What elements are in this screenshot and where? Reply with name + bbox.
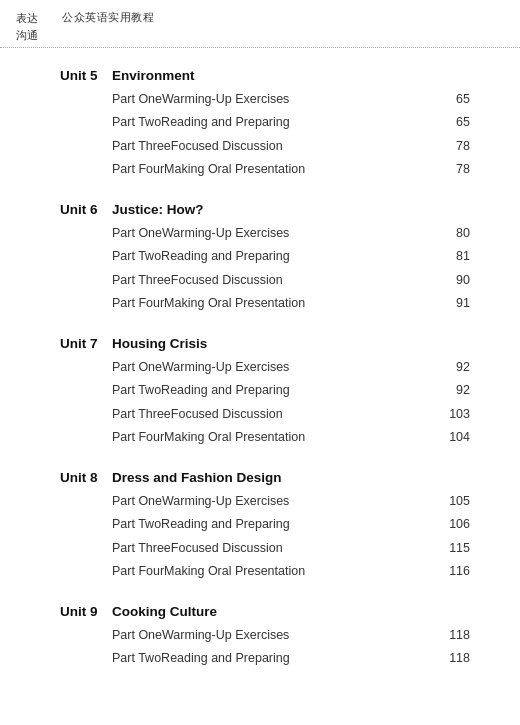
table-row: Part TwoReading and Preparing81 <box>60 246 470 267</box>
part-description: Making Oral Presentation <box>164 159 440 180</box>
part-number: Part One <box>60 491 162 512</box>
table-row: Part FourMaking Oral Presentation116 <box>60 561 470 582</box>
part-number: Part Three <box>60 538 171 559</box>
part-page: 116 <box>440 561 470 582</box>
part-description: Reading and Preparing <box>161 514 440 535</box>
part-page: 65 <box>440 89 470 110</box>
table-row: Part OneWarming-Up Exercises65 <box>60 89 470 110</box>
part-description: Focused Discussion <box>171 404 440 425</box>
part-page: 115 <box>440 538 470 559</box>
part-page: 92 <box>440 357 470 378</box>
unit-number-8: Unit 8 <box>60 470 112 485</box>
table-row: Part OneWarming-Up Exercises80 <box>60 223 470 244</box>
unit-block-9: Unit 9Cooking CulturePart OneWarming-Up … <box>60 604 470 670</box>
unit-rows-6: Part OneWarming-Up Exercises80Part TwoRe… <box>60 223 470 314</box>
unit-number-9: Unit 9 <box>60 604 112 619</box>
part-number: Part Two <box>60 648 161 669</box>
part-page: 80 <box>440 223 470 244</box>
header-line2: 沟通 <box>16 27 56 44</box>
unit-header-9: Unit 9Cooking Culture <box>60 604 470 619</box>
part-number: Part Two <box>60 514 161 535</box>
part-description: Making Oral Presentation <box>164 427 440 448</box>
unit-block-7: Unit 7Housing CrisisPart OneWarming-Up E… <box>60 336 470 448</box>
part-page: 91 <box>440 293 470 314</box>
header-chinese: 表达 沟通 <box>16 10 56 43</box>
part-description: Reading and Preparing <box>161 380 440 401</box>
unit-block-8: Unit 8Dress and Fashion DesignPart OneWa… <box>60 470 470 582</box>
part-description: Focused Discussion <box>171 538 440 559</box>
part-description: Reading and Preparing <box>161 246 440 267</box>
part-page: 92 <box>440 380 470 401</box>
unit-title-6: Justice: How? <box>112 202 204 217</box>
table-row: Part OneWarming-Up Exercises105 <box>60 491 470 512</box>
part-page: 106 <box>440 514 470 535</box>
header-line1: 表达 <box>16 10 56 27</box>
part-description: Reading and Preparing <box>161 112 440 133</box>
part-description: Reading and Preparing <box>161 648 440 669</box>
table-row: Part OneWarming-Up Exercises92 <box>60 357 470 378</box>
part-description: Warming-Up Exercises <box>162 491 440 512</box>
unit-title-9: Cooking Culture <box>112 604 217 619</box>
part-page: 103 <box>440 404 470 425</box>
part-description: Warming-Up Exercises <box>162 357 440 378</box>
part-number: Part Four <box>60 159 164 180</box>
part-description: Focused Discussion <box>171 136 440 157</box>
part-page: 105 <box>440 491 470 512</box>
table-row: Part ThreeFocused Discussion78 <box>60 136 470 157</box>
part-page: 78 <box>440 136 470 157</box>
part-number: Part Four <box>60 427 164 448</box>
unit-rows-9: Part OneWarming-Up Exercises118Part TwoR… <box>60 625 470 670</box>
page-header: 表达 沟通 公众英语实用教程 <box>0 0 520 48</box>
table-row: Part TwoReading and Preparing92 <box>60 380 470 401</box>
part-number: Part One <box>60 223 162 244</box>
unit-title-7: Housing Crisis <box>112 336 207 351</box>
part-description: Warming-Up Exercises <box>162 625 440 646</box>
part-number: Part Four <box>60 293 164 314</box>
unit-rows-7: Part OneWarming-Up Exercises92Part TwoRe… <box>60 357 470 448</box>
part-page: 78 <box>440 159 470 180</box>
table-row: Part OneWarming-Up Exercises118 <box>60 625 470 646</box>
unit-number-6: Unit 6 <box>60 202 112 217</box>
table-row: Part FourMaking Oral Presentation91 <box>60 293 470 314</box>
unit-rows-5: Part OneWarming-Up Exercises65Part TwoRe… <box>60 89 470 180</box>
part-number: Part Two <box>60 380 161 401</box>
part-number: Part Two <box>60 246 161 267</box>
part-number: Part One <box>60 357 162 378</box>
table-row: Part FourMaking Oral Presentation78 <box>60 159 470 180</box>
table-row: Part FourMaking Oral Presentation104 <box>60 427 470 448</box>
part-page: 104 <box>440 427 470 448</box>
table-row: Part TwoReading and Preparing65 <box>60 112 470 133</box>
part-number: Part Three <box>60 404 171 425</box>
part-description: Focused Discussion <box>171 270 440 291</box>
unit-title-8: Dress and Fashion Design <box>112 470 282 485</box>
toc-content: Unit 5EnvironmentPart OneWarming-Up Exer… <box>0 48 520 722</box>
part-description: Making Oral Presentation <box>164 561 440 582</box>
part-number: Part Four <box>60 561 164 582</box>
table-row: Part TwoReading and Preparing106 <box>60 514 470 535</box>
part-page: 118 <box>440 648 470 669</box>
part-number: Part Three <box>60 270 171 291</box>
unit-rows-8: Part OneWarming-Up Exercises105Part TwoR… <box>60 491 470 582</box>
part-number: Part One <box>60 89 162 110</box>
unit-header-5: Unit 5Environment <box>60 68 470 83</box>
part-page: 81 <box>440 246 470 267</box>
part-page: 90 <box>440 270 470 291</box>
part-number: Part Two <box>60 112 161 133</box>
part-description: Making Oral Presentation <box>164 293 440 314</box>
table-row: Part ThreeFocused Discussion90 <box>60 270 470 291</box>
unit-title-5: Environment <box>112 68 195 83</box>
part-page: 65 <box>440 112 470 133</box>
table-row: Part ThreeFocused Discussion103 <box>60 404 470 425</box>
unit-header-7: Unit 7Housing Crisis <box>60 336 470 351</box>
part-page: 118 <box>440 625 470 646</box>
unit-number-7: Unit 7 <box>60 336 112 351</box>
unit-header-6: Unit 6Justice: How? <box>60 202 470 217</box>
part-number: Part Three <box>60 136 171 157</box>
header-title: 公众英语实用教程 <box>62 10 154 25</box>
unit-block-6: Unit 6Justice: How?Part OneWarming-Up Ex… <box>60 202 470 314</box>
part-description: Warming-Up Exercises <box>162 223 440 244</box>
part-description: Warming-Up Exercises <box>162 89 440 110</box>
unit-block-5: Unit 5EnvironmentPart OneWarming-Up Exer… <box>60 68 470 180</box>
unit-number-5: Unit 5 <box>60 68 112 83</box>
unit-header-8: Unit 8Dress and Fashion Design <box>60 470 470 485</box>
